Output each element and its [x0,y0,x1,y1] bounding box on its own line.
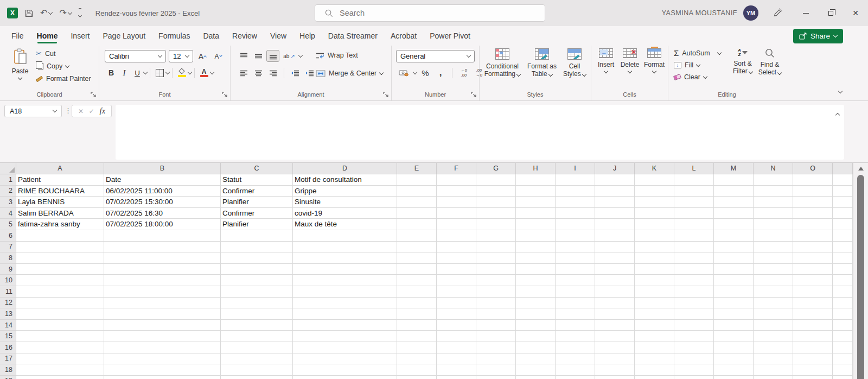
collapse-formula-bar-button[interactable] [836,109,839,119]
cell-O15[interactable] [793,331,833,342]
cell-D17[interactable] [293,353,397,365]
cell-E5[interactable] [397,219,437,230]
tab-file[interactable]: File [5,26,30,46]
cell-N18[interactable] [754,364,793,376]
cell-C4[interactable]: Confirmer [221,208,293,219]
cell-N17[interactable] [754,353,793,365]
column-header-O[interactable]: O [793,163,833,174]
cell-D3[interactable]: Sinusite [293,197,397,208]
cell-C1[interactable]: Statut [221,174,293,186]
cell-partial-18[interactable] [833,364,853,376]
row-header-18[interactable]: 18 [0,364,16,376]
cell-E8[interactable] [397,252,437,264]
cell-F7[interactable] [437,242,476,253]
cell-B3[interactable]: 07/02/2025 15:30:00 [104,197,221,208]
cell-D15[interactable] [293,331,397,342]
cell-M11[interactable] [714,286,754,298]
cell-D7[interactable] [293,242,397,253]
cell-C15[interactable] [221,331,293,342]
find-select-button[interactable]: Find & Select [756,48,783,76]
cell-G7[interactable] [476,242,516,253]
cell-partial-9[interactable] [833,264,853,275]
merge-center-button[interactable]: Merge & Center [316,70,383,77]
cell-N5[interactable] [754,219,793,230]
cell-G13[interactable] [476,308,516,320]
cell-E7[interactable] [397,242,437,253]
cell-N4[interactable] [754,208,793,219]
cell-B8[interactable] [104,252,221,264]
cell-M15[interactable] [714,331,754,342]
cell-H11[interactable] [516,286,556,298]
cancel-formula-button[interactable]: ✕ [78,108,84,115]
cell-K16[interactable] [635,342,674,353]
cell-D6[interactable] [293,230,397,242]
column-header-partial[interactable] [833,163,853,174]
cell-B17[interactable] [104,353,221,365]
cell-H8[interactable] [516,252,556,264]
cell-A1[interactable]: Patient [16,174,104,186]
tab-data[interactable]: Data [196,26,226,46]
cell-I19[interactable] [556,376,595,379]
cell-K13[interactable] [635,308,674,320]
cell-I2[interactable] [556,186,595,197]
cell-E2[interactable] [397,186,437,197]
cell-M16[interactable] [714,342,754,353]
cell-I12[interactable] [556,298,595,309]
wrap-text-button[interactable]: Wrap Text [316,52,358,59]
decrease-font-button[interactable]: A [212,50,225,62]
scrollbar-thumb[interactable] [857,175,864,379]
cell-G3[interactable] [476,197,516,208]
comma-style-button[interactable]: , [434,67,447,79]
cell-E9[interactable] [397,264,437,275]
format-cells-button[interactable]: Format [642,48,666,73]
row-header-15[interactable]: 15 [0,331,16,342]
cell-F16[interactable] [437,342,476,353]
number-format-combo[interactable]: General [396,50,475,62]
cell-J4[interactable] [595,208,635,219]
cell-J15[interactable] [595,331,635,342]
cell-I7[interactable] [556,242,595,253]
cell-N14[interactable] [754,320,793,331]
cell-E14[interactable] [397,320,437,331]
cell-O3[interactable] [793,197,833,208]
cell-N12[interactable] [754,298,793,309]
cell-O7[interactable] [793,242,833,253]
cell-F14[interactable] [437,320,476,331]
cell-partial-4[interactable] [833,208,853,219]
avatar[interactable]: YM [743,5,758,21]
cell-I16[interactable] [556,342,595,353]
cell-K4[interactable] [635,208,674,219]
cell-B12[interactable] [104,298,221,309]
row-header-17[interactable]: 17 [0,353,16,365]
cell-L3[interactable] [674,197,714,208]
cell-F4[interactable] [437,208,476,219]
row-header-13[interactable]: 13 [0,308,16,320]
cell-I18[interactable] [556,364,595,376]
cell-L11[interactable] [674,286,714,298]
alignment-dialog-launcher[interactable] [383,92,388,97]
row-header-2[interactable]: 2 [0,186,16,197]
cell-J7[interactable] [595,242,635,253]
cell-I17[interactable] [556,353,595,365]
conditional-formatting-button[interactable]: Conditional Formatting [482,48,523,78]
column-header-D[interactable]: D [293,163,397,174]
cell-B2[interactable]: 06/02/2025 11:00:00 [104,186,221,197]
cell-A5[interactable]: fatima-zahra sanby [16,219,104,230]
cell-N7[interactable] [754,242,793,253]
column-header-M[interactable]: M [714,163,754,174]
cell-J18[interactable] [595,364,635,376]
cell-E19[interactable] [397,376,437,379]
cell-C16[interactable] [221,342,293,353]
cell-F10[interactable] [437,275,476,286]
draw-button[interactable] [773,8,782,18]
cell-K5[interactable] [635,219,674,230]
minimize-button[interactable] [793,0,818,26]
cell-B9[interactable] [104,264,221,275]
cell-D19[interactable] [293,376,397,379]
cell-H13[interactable] [516,308,556,320]
column-header-C[interactable]: C [221,163,293,174]
cell-A6[interactable] [16,230,104,242]
cell-E13[interactable] [397,308,437,320]
cell-L2[interactable] [674,186,714,197]
cell-O14[interactable] [793,320,833,331]
